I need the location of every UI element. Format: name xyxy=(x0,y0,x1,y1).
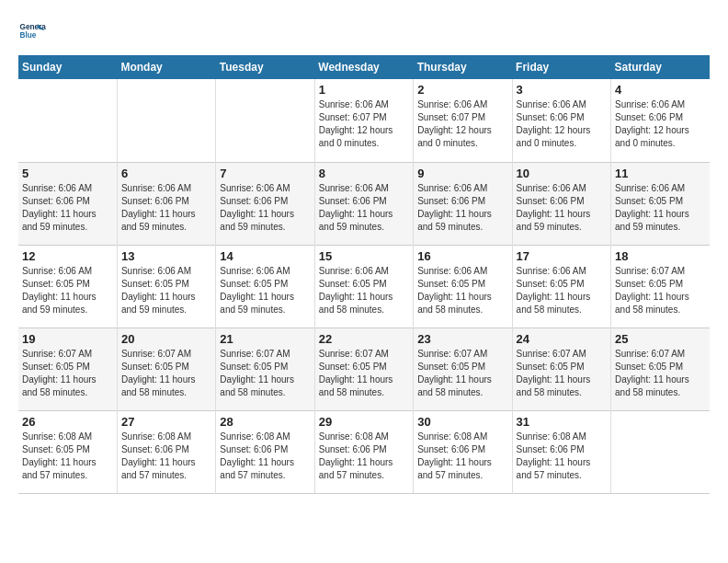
day-info: Sunrise: 6:06 AM Sunset: 6:06 PM Dayligh… xyxy=(517,182,607,234)
calendar-cell xyxy=(611,410,710,493)
calendar-week-4: 19Sunrise: 6:07 AM Sunset: 6:05 PM Dayli… xyxy=(18,327,710,410)
day-number: 30 xyxy=(417,415,507,429)
calendar-cell: 27Sunrise: 6:08 AM Sunset: 6:06 PM Dayli… xyxy=(117,410,215,493)
day-info: Sunrise: 6:06 AM Sunset: 6:05 PM Dayligh… xyxy=(517,265,607,316)
calendar-cell: 1Sunrise: 6:06 AM Sunset: 6:07 PM Daylig… xyxy=(314,79,413,162)
day-number: 9 xyxy=(417,167,507,180)
day-number: 4 xyxy=(615,83,706,97)
logo: General Blue xyxy=(18,18,50,46)
day-info: Sunrise: 6:08 AM Sunset: 6:05 PM Dayligh… xyxy=(22,431,113,482)
day-number: 29 xyxy=(319,415,409,429)
calendar-cell: 22Sunrise: 6:07 AM Sunset: 6:05 PM Dayli… xyxy=(314,327,413,410)
day-number: 17 xyxy=(517,249,607,263)
day-number: 7 xyxy=(220,167,310,180)
calendar-cell: 9Sunrise: 6:06 AM Sunset: 6:06 PM Daylig… xyxy=(414,162,512,245)
day-info: Sunrise: 6:06 AM Sunset: 6:06 PM Dayligh… xyxy=(615,98,706,150)
day-info: Sunrise: 6:06 AM Sunset: 6:05 PM Dayligh… xyxy=(319,265,409,316)
calendar-cell: 30Sunrise: 6:08 AM Sunset: 6:06 PM Dayli… xyxy=(414,410,512,493)
calendar-cell: 20Sunrise: 6:07 AM Sunset: 6:05 PM Dayli… xyxy=(117,327,215,410)
calendar-cell: 19Sunrise: 6:07 AM Sunset: 6:05 PM Dayli… xyxy=(18,327,117,410)
day-number: 23 xyxy=(417,332,507,346)
day-info: Sunrise: 6:07 AM Sunset: 6:05 PM Dayligh… xyxy=(615,348,706,399)
calendar-cell: 7Sunrise: 6:06 AM Sunset: 6:06 PM Daylig… xyxy=(216,162,314,245)
calendar-cell: 29Sunrise: 6:08 AM Sunset: 6:06 PM Dayli… xyxy=(314,410,413,493)
day-number: 1 xyxy=(319,83,409,97)
day-number: 26 xyxy=(22,415,113,429)
day-info: Sunrise: 6:06 AM Sunset: 6:06 PM Dayligh… xyxy=(121,182,211,234)
day-number: 11 xyxy=(615,167,706,180)
day-info: Sunrise: 6:07 AM Sunset: 6:05 PM Dayligh… xyxy=(615,265,706,316)
weekday-header-saturday: Saturday xyxy=(611,55,710,79)
day-number: 5 xyxy=(22,167,113,180)
calendar-cell: 14Sunrise: 6:06 AM Sunset: 6:05 PM Dayli… xyxy=(216,245,314,327)
calendar-week-2: 5Sunrise: 6:06 AM Sunset: 6:06 PM Daylig… xyxy=(18,162,710,245)
svg-text:Blue: Blue xyxy=(20,31,37,40)
day-number: 21 xyxy=(220,332,310,346)
day-number: 27 xyxy=(121,415,211,429)
weekday-header-thursday: Thursday xyxy=(414,55,512,79)
day-info: Sunrise: 6:06 AM Sunset: 6:07 PM Dayligh… xyxy=(319,98,409,150)
day-number: 28 xyxy=(220,415,310,429)
weekday-header-tuesday: Tuesday xyxy=(216,55,314,79)
calendar-cell: 11Sunrise: 6:06 AM Sunset: 6:05 PM Dayli… xyxy=(611,162,710,245)
calendar-cell: 25Sunrise: 6:07 AM Sunset: 6:05 PM Dayli… xyxy=(611,327,710,410)
day-number: 16 xyxy=(417,249,507,263)
day-info: Sunrise: 6:06 AM Sunset: 6:05 PM Dayligh… xyxy=(22,265,113,316)
weekday-header-sunday: Sunday xyxy=(18,55,117,79)
day-info: Sunrise: 6:07 AM Sunset: 6:05 PM Dayligh… xyxy=(517,348,607,399)
day-number: 3 xyxy=(517,83,607,97)
day-number: 19 xyxy=(22,332,113,346)
day-number: 22 xyxy=(319,332,409,346)
day-number: 13 xyxy=(121,249,211,263)
weekday-header-friday: Friday xyxy=(512,55,610,79)
day-info: Sunrise: 6:07 AM Sunset: 6:05 PM Dayligh… xyxy=(121,348,211,399)
calendar-cell: 5Sunrise: 6:06 AM Sunset: 6:06 PM Daylig… xyxy=(18,162,117,245)
page-header: General Blue xyxy=(18,18,710,46)
calendar-cell: 21Sunrise: 6:07 AM Sunset: 6:05 PM Dayli… xyxy=(216,327,314,410)
day-info: Sunrise: 6:08 AM Sunset: 6:06 PM Dayligh… xyxy=(417,431,507,482)
calendar-cell: 15Sunrise: 6:06 AM Sunset: 6:05 PM Dayli… xyxy=(314,245,413,327)
day-info: Sunrise: 6:06 AM Sunset: 6:06 PM Dayligh… xyxy=(319,182,409,234)
day-info: Sunrise: 6:06 AM Sunset: 6:06 PM Dayligh… xyxy=(517,98,607,150)
day-info: Sunrise: 6:07 AM Sunset: 6:05 PM Dayligh… xyxy=(319,348,409,399)
calendar-cell: 28Sunrise: 6:08 AM Sunset: 6:06 PM Dayli… xyxy=(216,410,314,493)
calendar-cell: 6Sunrise: 6:06 AM Sunset: 6:06 PM Daylig… xyxy=(117,162,215,245)
calendar-cell: 8Sunrise: 6:06 AM Sunset: 6:06 PM Daylig… xyxy=(314,162,413,245)
calendar-header-row: SundayMondayTuesdayWednesdayThursdayFrid… xyxy=(18,55,710,79)
day-number: 24 xyxy=(517,332,607,346)
day-number: 15 xyxy=(319,249,409,263)
weekday-header-wednesday: Wednesday xyxy=(314,55,413,79)
calendar-cell: 13Sunrise: 6:06 AM Sunset: 6:05 PM Dayli… xyxy=(117,245,215,327)
day-number: 20 xyxy=(121,332,211,346)
day-info: Sunrise: 6:06 AM Sunset: 6:05 PM Dayligh… xyxy=(121,265,211,316)
calendar-cell: 31Sunrise: 6:08 AM Sunset: 6:06 PM Dayli… xyxy=(512,410,610,493)
calendar-table: SundayMondayTuesdayWednesdayThursdayFrid… xyxy=(18,55,710,494)
day-number: 18 xyxy=(615,249,706,263)
calendar-cell: 10Sunrise: 6:06 AM Sunset: 6:06 PM Dayli… xyxy=(512,162,610,245)
calendar-cell xyxy=(216,79,314,162)
day-number: 14 xyxy=(220,249,310,263)
day-number: 6 xyxy=(121,167,211,180)
day-info: Sunrise: 6:06 AM Sunset: 6:06 PM Dayligh… xyxy=(417,182,507,234)
day-number: 25 xyxy=(615,332,706,346)
weekday-header-monday: Monday xyxy=(117,55,215,79)
day-number: 12 xyxy=(22,249,113,263)
day-number: 10 xyxy=(517,167,607,180)
calendar-cell xyxy=(18,79,117,162)
day-info: Sunrise: 6:06 AM Sunset: 6:05 PM Dayligh… xyxy=(220,265,310,316)
calendar-cell: 4Sunrise: 6:06 AM Sunset: 6:06 PM Daylig… xyxy=(611,79,710,162)
day-info: Sunrise: 6:07 AM Sunset: 6:05 PM Dayligh… xyxy=(220,348,310,399)
day-info: Sunrise: 6:06 AM Sunset: 6:06 PM Dayligh… xyxy=(220,182,310,234)
day-number: 31 xyxy=(517,415,607,429)
calendar-week-5: 26Sunrise: 6:08 AM Sunset: 6:05 PM Dayli… xyxy=(18,410,710,493)
calendar-cell: 26Sunrise: 6:08 AM Sunset: 6:05 PM Dayli… xyxy=(18,410,117,493)
calendar-cell: 2Sunrise: 6:06 AM Sunset: 6:07 PM Daylig… xyxy=(414,79,512,162)
day-info: Sunrise: 6:07 AM Sunset: 6:05 PM Dayligh… xyxy=(417,348,507,399)
day-info: Sunrise: 6:06 AM Sunset: 6:05 PM Dayligh… xyxy=(615,182,706,234)
calendar-cell: 24Sunrise: 6:07 AM Sunset: 6:05 PM Dayli… xyxy=(512,327,610,410)
calendar-cell: 3Sunrise: 6:06 AM Sunset: 6:06 PM Daylig… xyxy=(512,79,610,162)
day-info: Sunrise: 6:08 AM Sunset: 6:06 PM Dayligh… xyxy=(220,431,310,482)
day-info: Sunrise: 6:06 AM Sunset: 6:05 PM Dayligh… xyxy=(417,265,507,316)
day-number: 2 xyxy=(417,83,507,97)
day-info: Sunrise: 6:06 AM Sunset: 6:06 PM Dayligh… xyxy=(22,182,113,234)
